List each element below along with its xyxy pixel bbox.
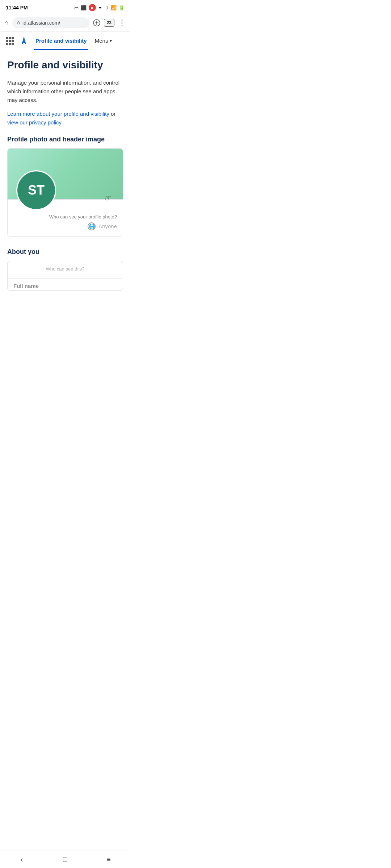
nav-bar: Profile and visibility Menu ▾ (0, 31, 130, 50)
moon-icon: ☽ (104, 5, 109, 10)
apps-grid-icon[interactable] (6, 37, 14, 45)
learn-more-link[interactable]: Learn more about your profile and visibi… (7, 111, 111, 117)
chevron-down-icon: ▾ (110, 38, 112, 43)
svg-marker-4 (22, 37, 26, 44)
browser-home-button[interactable]: ⌂ (4, 19, 9, 27)
recent-apps-button[interactable]: ≡ (100, 851, 117, 868)
profile-photo-card: ST ☞ Who can see your profile photo? 🌐 A… (7, 148, 123, 237)
main-content: Profile and visibility Manage your perso… (0, 50, 130, 312)
profile-photo-question: Who can see your profile photo? (13, 214, 117, 220)
tabs-button[interactable]: 23 (104, 19, 114, 27)
page-title: Profile and visibility (7, 59, 123, 71)
menu-button[interactable]: Menu ▾ (95, 38, 112, 44)
full-name-label: Full name (8, 278, 123, 290)
new-tab-button[interactable] (93, 19, 100, 26)
browser-bar: ⌂ ⊙ id.atlassian.com/ 23 ⋮ (0, 14, 130, 31)
video-call-icon: ▭ (74, 5, 79, 10)
bluetooth-icon: ✦ (98, 5, 102, 10)
who-can-see-label: Who can see this? (13, 266, 117, 272)
status-bar: 11:44 PM ▭ ⬛ ▶ ✦ ☽ 📶 🔋 (0, 0, 130, 14)
battery-icon: 🔋 (119, 5, 125, 10)
back-button[interactable]: ‹ (13, 851, 30, 868)
bottom-nav: ‹ □ ≡ (0, 851, 130, 868)
wifi-icon: 📶 (111, 5, 117, 10)
camera-icon: ⬛ (81, 5, 87, 10)
profile-visibility-tab[interactable]: Profile and visibility (34, 32, 88, 50)
globe-icon: 🌐 (88, 222, 96, 230)
profile-photo-section-title: Profile photo and header image (7, 136, 123, 143)
home-button[interactable]: □ (56, 851, 74, 868)
about-section-title: About you (7, 248, 123, 256)
about-card: Who can see this? Full name (7, 261, 123, 291)
url-text: id.atlassian.com/ (22, 20, 60, 26)
atlassian-logo[interactable] (19, 36, 29, 46)
status-icons: ▭ ⬛ ▶ ✦ ☽ 📶 🔋 (74, 4, 125, 11)
more-options-button[interactable]: ⋮ (118, 18, 126, 27)
page-description: Manage your personal information, and co… (7, 78, 123, 105)
visibility-value: Anyone (98, 223, 117, 229)
avatar[interactable]: ST (16, 170, 56, 210)
recording-icon: ▶ (89, 4, 96, 11)
site-info-icon: ⊙ (17, 20, 20, 25)
profile-header-image[interactable]: ST ☞ (8, 149, 123, 199)
privacy-policy-link[interactable]: view our privacy policy (7, 119, 63, 125)
browser-url-box[interactable]: ⊙ id.atlassian.com/ (12, 17, 89, 28)
profile-visibility-row[interactable]: 🌐 Anyone (13, 222, 117, 230)
about-card-header: Who can see this? (8, 261, 123, 278)
page-links: Learn more about your profile and visibi… (7, 110, 123, 127)
status-time: 11:44 PM (6, 5, 28, 10)
